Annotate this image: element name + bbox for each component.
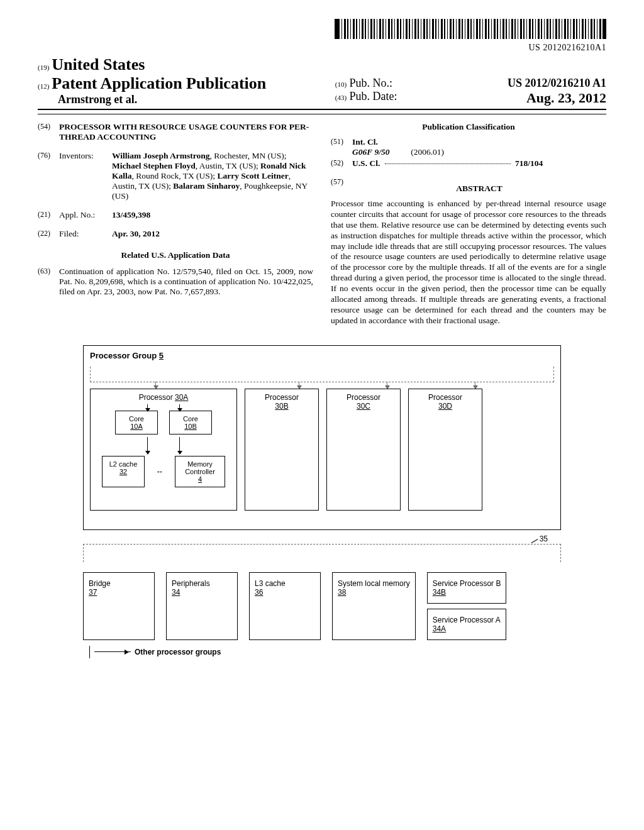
country: United States [52,55,145,74]
figure-1: Processor Group 5 Processor 30A [83,345,561,656]
intcl-date: (2006.01) [411,147,444,157]
inventors-label: Inventors: [59,151,112,201]
service-processor-b-box: Service Processor B 34B [427,572,507,604]
pub-date: Aug. 23, 2012 [526,90,606,106]
classification-header: Publication Classification [331,122,606,132]
abstract-text: Processor time accounting is enhanced by… [331,199,606,326]
right-column: Publication Classification (51) Int. Cl.… [331,122,606,326]
filed-label: Filed: [59,229,112,239]
invention-title: PROCESSOR WITH RESOURCE USAGE COUNTERS F… [59,122,313,142]
code-54: (54) [38,122,59,142]
proc-a-label: Processor [139,393,173,402]
bus-35: 35 [83,544,561,562]
code-21: (21) [38,210,59,220]
processor-30b: Processor 30B [245,389,319,511]
arrow-right-icon [94,651,131,652]
header: (19) United States (12) Patent Applicati… [38,55,606,110]
intcl-code: G06F 9/50 [352,147,389,157]
intcl-label: Int. Cl. [352,137,378,147]
l3-cache-box: L3 cache 36 [249,572,321,640]
left-column: (54) PROCESSOR WITH RESOURCE USAGE COUNT… [38,122,313,326]
code-10: (10) [335,80,347,88]
pub-no: US 2012/0216210 A1 [508,77,606,90]
code-51: (51) [331,137,352,157]
group-num: 5 [159,351,164,360]
other-groups-label: Other processor groups [135,648,221,656]
code-19: (19) [38,64,49,71]
top-bus [90,367,554,382]
bridge-box: Bridge 37 [83,572,155,640]
code-22: (22) [38,229,59,239]
biblio-columns: (54) PROCESSOR WITH RESOURCE USAGE COUNT… [38,122,606,326]
appl-no: 13/459,398 [112,210,150,219]
related-header: Related U.S. Application Data [38,250,313,260]
l2-cache: L2 cache 32 [102,456,145,487]
code-63: (63) [38,267,59,297]
peripherals-box: Peripherals 34 [166,572,238,640]
group-label: Processor Group [90,351,157,360]
publication-type: Patent Application Publication [52,74,266,92]
proc-a-num: 30A [175,393,188,402]
core-10a: Core 10A [115,411,158,434]
bottom-row: Bridge 37 Peripherals 34 L3 cache 36 Sys… [83,572,561,640]
filed-date: Apr. 30, 2012 [112,229,160,238]
code-76: (76) [38,151,59,201]
memory-controller: Memory Controller 4 [175,456,225,487]
divider [38,114,606,114]
abstract-label: ABSTRACT [352,184,606,194]
barcode-icon [335,19,606,39]
authors-header: Armstrong et al. [58,93,323,106]
processor-row: Processor 30A Core 10A Core [90,389,554,511]
appl-no-label: Appl. No.: [59,210,112,220]
service-processor-a-box: Service Processor A 34A [427,609,507,640]
barcode-area: US 20120216210A1 [38,19,606,53]
dots-icon [385,163,511,164]
system-memory-box: System local memory 38 [332,572,416,640]
other-groups-arrow: Other processor groups [94,648,561,656]
code-57: (57) [331,177,352,197]
processor-30d: Processor 30D [408,389,482,511]
processor-30a: Processor 30A Core 10A Core [90,389,237,511]
pub-date-label: Pub. Date: [350,90,397,102]
code-12: (12) [38,82,49,90]
bus-35-label: 35 [540,534,548,543]
code-52: (52) [331,158,352,169]
inventors-value: William Joseph Armstrong, Rochester, MN … [112,151,313,201]
related-text: Continuation of application No. 12/579,5… [59,267,313,297]
uscl-value: 718/104 [515,158,543,168]
processor-group-box: Processor Group 5 Processor 30A [83,345,561,530]
core-10b: Core 10B [169,411,212,434]
pub-no-label: Pub. No.: [350,77,393,89]
uscl-label: U.S. Cl. [352,158,380,168]
code-43: (43) [335,94,347,101]
barcode-number: US 20120216210A1 [38,43,606,53]
processor-30c: Processor 30C [326,389,401,511]
